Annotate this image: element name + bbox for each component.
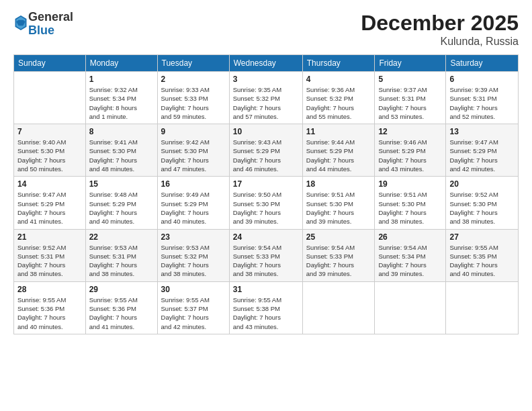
day-number: 5 <box>378 75 442 84</box>
day-info: Sunrise: 9:33 AMSunset: 5:33 PMDaylight:… <box>161 85 226 121</box>
cell-2-2: 8Sunrise: 9:41 AMSunset: 5:30 PMDaylight… <box>85 124 157 177</box>
col-sunday: Sunday <box>14 55 86 72</box>
cell-1-5: 4Sunrise: 9:36 AMSunset: 5:32 PMDaylight… <box>302 72 375 124</box>
cell-2-6: 12Sunrise: 9:46 AMSunset: 5:29 PMDayligh… <box>375 124 446 177</box>
cell-5-6 <box>375 281 446 334</box>
calendar: Sunday Monday Tuesday Wednesday Thursday… <box>13 54 519 334</box>
cell-4-3: 23Sunrise: 9:53 AMSunset: 5:32 PMDayligh… <box>157 229 229 281</box>
day-info: Sunrise: 9:51 AMSunset: 5:30 PMDaylight:… <box>378 190 442 226</box>
day-info: Sunrise: 9:54 AMSunset: 5:34 PMDaylight:… <box>378 243 442 279</box>
day-number: 31 <box>233 285 299 294</box>
cell-1-1 <box>14 72 86 124</box>
day-number: 1 <box>89 75 154 84</box>
logo-general: General <box>28 10 73 24</box>
week-row-3: 14Sunrise: 9:47 AMSunset: 5:29 PMDayligh… <box>14 177 519 229</box>
day-info: Sunrise: 9:53 AMSunset: 5:31 PMDaylight:… <box>89 243 154 279</box>
day-number: 10 <box>233 127 299 136</box>
cell-3-3: 16Sunrise: 9:49 AMSunset: 5:29 PMDayligh… <box>157 177 229 229</box>
day-number: 28 <box>17 285 82 294</box>
cell-5-3: 30Sunrise: 9:55 AMSunset: 5:37 PMDayligh… <box>157 281 229 334</box>
day-info: Sunrise: 9:40 AMSunset: 5:30 PMDaylight:… <box>17 138 82 173</box>
col-monday: Monday <box>85 55 157 72</box>
cell-1-6: 5Sunrise: 9:37 AMSunset: 5:31 PMDaylight… <box>375 72 446 124</box>
day-info: Sunrise: 9:46 AMSunset: 5:29 PMDaylight:… <box>378 138 442 173</box>
day-number: 6 <box>449 75 515 84</box>
day-info: Sunrise: 9:48 AMSunset: 5:29 PMDaylight:… <box>89 190 154 226</box>
day-number: 22 <box>89 232 154 242</box>
day-info: Sunrise: 9:37 AMSunset: 5:31 PMDaylight:… <box>378 85 442 121</box>
day-number: 21 <box>17 232 82 242</box>
title-block: December 2025 Kulunda, Russia <box>361 11 519 48</box>
day-number: 11 <box>306 127 371 136</box>
logo-blue: Blue <box>28 24 54 37</box>
cell-1-3: 2Sunrise: 9:33 AMSunset: 5:33 PMDaylight… <box>157 72 229 124</box>
day-info: Sunrise: 9:44 AMSunset: 5:29 PMDaylight:… <box>306 138 371 173</box>
day-info: Sunrise: 9:43 AMSunset: 5:29 PMDaylight:… <box>233 138 299 173</box>
col-friday: Friday <box>375 55 446 72</box>
day-info: Sunrise: 9:52 AMSunset: 5:31 PMDaylight:… <box>17 243 82 279</box>
day-info: Sunrise: 9:32 AMSunset: 5:34 PMDaylight:… <box>89 85 154 121</box>
day-info: Sunrise: 9:41 AMSunset: 5:30 PMDaylight:… <box>89 138 154 173</box>
logo: General Blue <box>13 11 73 38</box>
day-number: 16 <box>161 179 226 189</box>
day-number: 13 <box>449 127 515 136</box>
day-info: Sunrise: 9:42 AMSunset: 5:30 PMDaylight:… <box>161 138 226 173</box>
day-number: 27 <box>449 232 515 242</box>
cell-1-4: 3Sunrise: 9:35 AMSunset: 5:32 PMDaylight… <box>229 72 302 124</box>
cell-2-1: 7Sunrise: 9:40 AMSunset: 5:30 PMDaylight… <box>14 124 86 177</box>
cell-4-5: 25Sunrise: 9:54 AMSunset: 5:33 PMDayligh… <box>302 229 375 281</box>
cell-5-7 <box>446 281 519 334</box>
page: General Blue December 2025 Kulunda, Russ… <box>0 0 532 411</box>
day-info: Sunrise: 9:47 AMSunset: 5:29 PMDaylight:… <box>17 190 82 226</box>
cell-2-3: 9Sunrise: 9:42 AMSunset: 5:30 PMDaylight… <box>157 124 229 177</box>
cell-4-2: 22Sunrise: 9:53 AMSunset: 5:31 PMDayligh… <box>85 229 157 281</box>
day-info: Sunrise: 9:51 AMSunset: 5:30 PMDaylight:… <box>306 190 371 226</box>
week-row-5: 28Sunrise: 9:55 AMSunset: 5:36 PMDayligh… <box>14 281 519 334</box>
day-number: 8 <box>89 127 154 136</box>
cell-3-7: 20Sunrise: 9:52 AMSunset: 5:30 PMDayligh… <box>446 177 519 229</box>
col-tuesday: Tuesday <box>157 55 229 72</box>
day-number: 12 <box>378 127 442 136</box>
title-month: December 2025 <box>361 11 519 36</box>
week-row-4: 21Sunrise: 9:52 AMSunset: 5:31 PMDayligh… <box>14 229 519 281</box>
day-number: 18 <box>306 179 371 189</box>
day-info: Sunrise: 9:52 AMSunset: 5:30 PMDaylight:… <box>449 190 515 226</box>
day-number: 7 <box>17 127 82 136</box>
cell-3-1: 14Sunrise: 9:47 AMSunset: 5:29 PMDayligh… <box>14 177 86 229</box>
day-number: 19 <box>378 179 442 189</box>
day-info: Sunrise: 9:55 AMSunset: 5:37 PMDaylight:… <box>161 295 226 331</box>
day-info: Sunrise: 9:55 AMSunset: 5:36 PMDaylight:… <box>17 295 82 331</box>
cell-1-7: 6Sunrise: 9:39 AMSunset: 5:31 PMDaylight… <box>446 72 519 124</box>
day-number: 14 <box>17 179 82 189</box>
cell-2-4: 10Sunrise: 9:43 AMSunset: 5:29 PMDayligh… <box>229 124 302 177</box>
day-number: 3 <box>233 75 299 84</box>
day-number: 17 <box>233 179 299 189</box>
day-number: 15 <box>89 179 154 189</box>
cell-4-6: 26Sunrise: 9:54 AMSunset: 5:34 PMDayligh… <box>375 229 446 281</box>
cell-5-4: 31Sunrise: 9:55 AMSunset: 5:38 PMDayligh… <box>229 281 302 334</box>
day-info: Sunrise: 9:55 AMSunset: 5:38 PMDaylight:… <box>233 295 299 331</box>
day-info: Sunrise: 9:55 AMSunset: 5:36 PMDaylight:… <box>89 295 154 331</box>
day-info: Sunrise: 9:55 AMSunset: 5:35 PMDaylight:… <box>449 243 515 279</box>
cell-4-1: 21Sunrise: 9:52 AMSunset: 5:31 PMDayligh… <box>14 229 86 281</box>
day-info: Sunrise: 9:49 AMSunset: 5:29 PMDaylight:… <box>161 190 226 226</box>
title-location: Kulunda, Russia <box>361 36 519 48</box>
day-info: Sunrise: 9:54 AMSunset: 5:33 PMDaylight:… <box>233 243 299 279</box>
day-number: 26 <box>378 232 442 242</box>
logo-icon <box>15 15 27 30</box>
day-info: Sunrise: 9:47 AMSunset: 5:29 PMDaylight:… <box>449 138 515 173</box>
day-info: Sunrise: 9:50 AMSunset: 5:30 PMDaylight:… <box>233 190 299 226</box>
cell-3-6: 19Sunrise: 9:51 AMSunset: 5:30 PMDayligh… <box>375 177 446 229</box>
cell-5-1: 28Sunrise: 9:55 AMSunset: 5:36 PMDayligh… <box>14 281 86 334</box>
day-number: 23 <box>161 232 226 242</box>
week-row-2: 7Sunrise: 9:40 AMSunset: 5:30 PMDaylight… <box>14 124 519 177</box>
day-number: 9 <box>161 127 226 136</box>
day-number: 29 <box>89 285 154 294</box>
cell-5-5 <box>302 281 375 334</box>
day-info: Sunrise: 9:35 AMSunset: 5:32 PMDaylight:… <box>233 85 299 121</box>
cell-2-5: 11Sunrise: 9:44 AMSunset: 5:29 PMDayligh… <box>302 124 375 177</box>
col-saturday: Saturday <box>446 55 519 72</box>
cell-1-2: 1Sunrise: 9:32 AMSunset: 5:34 PMDaylight… <box>85 72 157 124</box>
col-wednesday: Wednesday <box>229 55 302 72</box>
calendar-header-row: Sunday Monday Tuesday Wednesday Thursday… <box>14 55 519 72</box>
